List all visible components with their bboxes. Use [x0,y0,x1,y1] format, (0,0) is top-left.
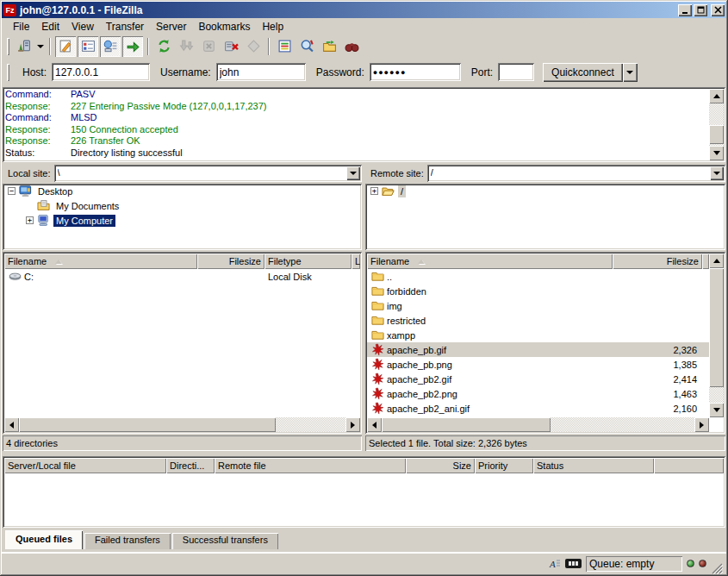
file-row-forbidden[interactable]: forbidden [367,284,709,298]
toolbar-grip[interactable] [7,38,9,55]
scroll-left-button[interactable] [4,417,19,432]
column-header-size[interactable]: Size [406,458,475,473]
scroll-track[interactable] [382,417,694,432]
file-row-xampp[interactable]: xampp [367,328,709,342]
column-header-lastmodified[interactable]: L [352,254,360,269]
column-header-priority[interactable]: Priority [475,458,533,473]
scroll-up-button[interactable] [709,89,724,103]
column-header-remote-file[interactable]: Remote file [215,458,406,473]
disconnect-button[interactable] [221,36,241,57]
toggle-log-button[interactable] [55,36,76,57]
password-input[interactable] [370,63,461,81]
scroll-left-button[interactable] [367,417,382,432]
local-horizontal-scrollbar[interactable] [4,417,360,432]
file-row-apache-pb-png[interactable]: apache_pb.png1,385 [367,357,709,372]
tree-item-desktop[interactable]: −Desktop [3,184,362,198]
tree-item-my-documents[interactable]: My Documents [3,198,362,213]
menu-help[interactable]: Help [256,19,289,34]
file-row-[interactable]: .. [367,269,709,284]
site-manager-button[interactable] [13,36,34,57]
column-header-filename[interactable]: Filename [4,254,197,269]
log-line-command: Command:PASV [5,89,708,101]
remote-site-dropdown-button[interactable] [710,166,724,180]
scroll-right-button[interactable] [694,417,709,432]
find-button[interactable] [341,36,362,57]
username-input[interactable] [216,63,306,81]
column-header-server-local-file[interactable]: Server/Local file [4,458,166,473]
log-line-label: Response: [5,135,71,147]
log-line-label: Response: [5,124,71,136]
tab-queued-files[interactable]: Queued files [5,530,83,549]
scroll-track[interactable] [19,417,345,432]
file-row-apache-pb2-gif[interactable]: apache_pb2.gif2,414 [367,372,709,386]
remote-site-combobox[interactable]: / [427,165,725,182]
tab-failed-transfers[interactable]: Failed transfers [84,533,171,549]
log-line-label: Command: [5,112,71,124]
file-row-c[interactable]: C:Local Disk [4,269,360,284]
minimize-button[interactable] [678,4,692,16]
menu-file[interactable]: File [7,19,35,34]
tree-item-my-computer[interactable]: +My Computer [3,213,362,228]
column-header-extra[interactable] [702,254,709,269]
remote-horizontal-scrollbar[interactable] [367,417,709,432]
process-queue-button[interactable] [176,36,196,57]
file-row-img[interactable]: img [367,298,709,313]
sync-browse-button[interactable] [319,36,339,57]
toggle-remote-tree-button[interactable] [100,36,121,57]
scroll-down-button[interactable] [709,146,724,160]
tree-item-[interactable]: +/ [365,184,725,198]
port-input[interactable] [498,63,534,81]
column-header-filename[interactable]: Filename [367,254,613,269]
menu-transfer[interactable]: Transfer [100,19,150,34]
menu-view[interactable]: View [65,19,100,34]
quickconnect-dropdown-button[interactable] [623,63,638,82]
transfer-type-ascii-icon[interactable]: A [548,557,561,571]
maximize-button[interactable] [694,4,707,16]
column-header-filesize[interactable]: Filesize [613,254,702,269]
reconnect-button[interactable] [243,36,264,57]
indicator-badge-icon[interactable] [565,559,582,568]
scroll-thumb[interactable] [19,417,276,432]
scroll-thumb[interactable] [709,125,724,144]
menu-edit[interactable]: Edit [35,19,65,34]
scroll-right-button[interactable] [345,417,360,432]
log-line-label: Command: [5,89,71,101]
file-row-restricted[interactable]: restricted [367,313,709,328]
toggle-local-tree-button[interactable] [78,36,98,57]
column-header-filetype[interactable]: Filetype [264,254,352,269]
scroll-track[interactable] [709,103,724,146]
close-button[interactable] [711,4,725,16]
expand-icon[interactable]: + [370,187,378,195]
resize-grip[interactable] [711,562,723,574]
tab-successful-transfers[interactable]: Successful transfers [172,533,278,549]
column-header-direction[interactable]: Directi... [166,458,215,473]
log-vertical-scrollbar[interactable] [709,89,724,160]
scroll-track[interactable] [709,268,724,403]
column-header-empty[interactable] [654,458,724,473]
expand-icon[interactable]: + [26,216,34,224]
menu-server[interactable]: Server [150,19,192,34]
file-row-apache-pb-gif[interactable]: apache_pb.gif2,326 [367,342,709,357]
cancel-button[interactable] [198,36,219,57]
collapse-icon[interactable]: − [8,187,16,195]
scroll-thumb[interactable] [709,268,724,387]
filter-button[interactable] [274,36,295,57]
local-site-dropdown-button[interactable] [346,166,360,180]
host-input[interactable] [52,63,150,81]
scroll-thumb[interactable] [382,417,551,432]
refresh-button[interactable] [153,36,174,57]
local-site-combobox[interactable]: \ [54,165,362,182]
scroll-up-button[interactable] [709,254,724,268]
toggle-queue-button[interactable] [122,36,143,57]
file-row-apache-pb2-ani-gif[interactable]: apache_pb2_ani.gif2,160 [367,401,709,416]
scroll-down-button[interactable] [709,403,724,417]
quickconnect-button[interactable]: Quickconnect [543,63,623,82]
toolbar-grip[interactable] [7,64,9,81]
column-header-filesize[interactable]: Filesize [197,254,264,269]
remote-vertical-scrollbar[interactable] [709,254,724,417]
menu-bookmarks[interactable]: Bookmarks [192,19,256,34]
file-row-apache-pb2-png[interactable]: apache_pb2.png1,463 [367,386,709,401]
site-manager-dropdown-button[interactable] [34,36,46,57]
compare-button[interactable] [296,36,317,57]
column-header-status[interactable]: Status [533,458,654,473]
